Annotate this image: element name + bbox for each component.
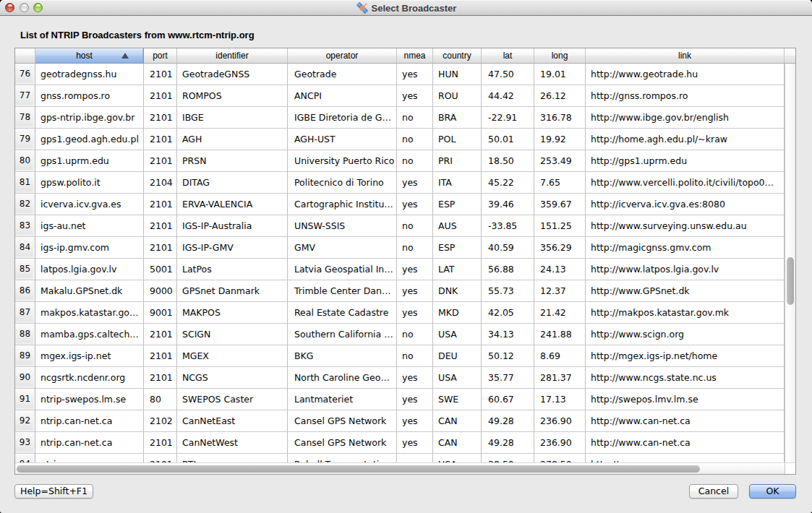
cell-long: 19.01 xyxy=(534,64,586,85)
cell-operator: Geotrade xyxy=(288,64,397,85)
cell-country: HUN xyxy=(433,64,482,85)
cell-long: 281.37 xyxy=(534,367,586,389)
table-row[interactable]: 79gps1.geod.agh.edu.pl2101AGHAGH-USTnoPO… xyxy=(15,129,795,150)
vertical-scrollbar-thumb[interactable] xyxy=(787,257,794,305)
cell-link: http://www.latpos.lgia.gov.lv xyxy=(586,259,785,280)
cell-operator: AGH-UST xyxy=(288,129,397,150)
table-row[interactable]: 84igs-ip.gmv.com2101IGS-IP-GMVGMVnoESP40… xyxy=(15,237,795,259)
table-row[interactable]: 91ntrip-swepos.lm.se80SWEPOS CasterLantm… xyxy=(15,389,795,410)
cell-identifier: NCGS xyxy=(177,367,288,389)
cell-lat: 47.50 xyxy=(482,64,534,85)
title-group: Select Broadcaster xyxy=(0,0,812,16)
cell-row-number: 85 xyxy=(15,259,35,280)
table-row[interactable]: 90ncgsrtk.ncdenr.org2101NCGSNorth Caroli… xyxy=(15,367,795,389)
cell-link: http://gps1.uprm.edu xyxy=(586,150,785,172)
cell-country: POL xyxy=(433,129,482,150)
cell-country: USA xyxy=(433,454,482,462)
table-row[interactable]: 93ntrip.can-net.ca2101CanNetWestCansel G… xyxy=(15,432,795,454)
cell-operator: GMV xyxy=(288,237,397,259)
cell-country: BRA xyxy=(433,107,482,129)
column-header-label: link xyxy=(678,51,691,61)
column-header-num[interactable] xyxy=(15,48,35,64)
cell-country: DEU xyxy=(433,345,482,367)
table-row[interactable]: 94ntrip.wvcors.com2101RTIRahall Transpor… xyxy=(15,454,795,462)
cell-identifier: AGH xyxy=(177,129,288,150)
cell-lat: 50.01 xyxy=(482,129,534,150)
cell-country: ESP xyxy=(433,237,482,259)
cell-link: http://swepos.lmv.lm.se xyxy=(586,389,785,410)
cell-lat: 34.13 xyxy=(482,324,534,345)
column-header-lat[interactable]: lat xyxy=(482,48,534,64)
cell-identifier: CanNetWest xyxy=(177,432,288,454)
cell-operator: Politecnico di Torino xyxy=(288,172,397,194)
horizontal-scrollbar-thumb[interactable] xyxy=(17,465,700,473)
cell-host: ntrip.wvcors.com xyxy=(35,454,144,462)
cell-nmea: yes xyxy=(397,367,433,389)
column-header-label: port xyxy=(153,51,168,61)
column-header-nmea[interactable]: nmea xyxy=(397,48,433,64)
cell-link: http://mgex.igs-ip.net/home xyxy=(586,345,785,367)
title-bar[interactable]: Select Broadcaster xyxy=(0,0,812,16)
cell-row-number: 81 xyxy=(15,172,35,194)
sort-ascending-icon xyxy=(121,53,129,59)
column-header-long[interactable]: long xyxy=(534,48,586,64)
cell-identifier: LatPos xyxy=(177,259,288,280)
cell-row-number: 84 xyxy=(15,237,35,259)
table-row[interactable]: 80gps1.uprm.edu2101PRSNUniversity Puerto… xyxy=(15,150,795,172)
cell-row-number: 86 xyxy=(15,280,35,302)
cell-long: 12.37 xyxy=(534,280,586,302)
cell-link: http://www.vercelli.polito.it/civili/top… xyxy=(586,172,785,194)
column-header-identifier[interactable]: identifier xyxy=(177,48,288,64)
column-header-port[interactable]: port xyxy=(144,48,177,64)
cell-operator: North Caroline Geo… xyxy=(288,367,397,389)
column-header-link[interactable]: link xyxy=(586,48,785,64)
cell-long: 236.90 xyxy=(534,410,586,432)
horizontal-scrollbar[interactable] xyxy=(15,462,795,474)
cell-nmea: yes xyxy=(397,302,433,324)
vertical-scrollbar[interactable] xyxy=(785,64,795,462)
cell-identifier: DITAG xyxy=(177,172,288,194)
cell-port: 2101 xyxy=(144,150,177,172)
column-header-operator[interactable]: operator xyxy=(288,48,397,64)
cell-long: 236.90 xyxy=(534,432,586,454)
column-header-host[interactable]: host xyxy=(35,48,144,64)
cancel-button[interactable]: Cancel xyxy=(689,484,738,499)
ok-button[interactable]: OK xyxy=(749,484,796,499)
cell-nmea: no xyxy=(397,345,433,367)
table-row[interactable]: 77gnss.rompos.ro2101ROMPOSANCPIyesROU44.… xyxy=(15,85,795,107)
table-row[interactable]: 88mamba.gps.caltech…2101SCIGNSouthern Ca… xyxy=(15,324,795,345)
cell-row-number: 88 xyxy=(15,324,35,345)
cell-host: geotradegnss.hu xyxy=(35,64,144,85)
cell-nmea: yes xyxy=(397,389,433,410)
table-row[interactable]: 78gps-ntrip.ibge.gov.br2101IBGEIGBE Dire… xyxy=(15,107,795,129)
cell-row-number: 78 xyxy=(15,107,35,129)
column-header-country[interactable]: country xyxy=(433,48,482,64)
table-row[interactable]: 87makpos.katastar.go…9001MAKPOSReal Esta… xyxy=(15,302,795,324)
table-body: 76geotradegnss.hu2101GeotradeGNSSGeotrad… xyxy=(15,64,795,462)
cell-identifier: IGS-IP-GMV xyxy=(177,237,288,259)
column-header-label: long xyxy=(552,51,568,61)
table-row[interactable]: 85latpos.lgia.gov.lv5001LatPosLatvia Geo… xyxy=(15,259,795,280)
column-header-label: country xyxy=(443,51,471,61)
cell-long: 359.67 xyxy=(534,194,586,215)
cell-country: MKD xyxy=(433,302,482,324)
cell-lat: 18.50 xyxy=(482,150,534,172)
cell-identifier: ROMPOS xyxy=(177,85,288,107)
cell-port: 2104 xyxy=(144,172,177,194)
cell-operator: Southern California … xyxy=(288,324,397,345)
table-row[interactable]: 86Makalu.GPSnet.dk9000GPSnet DanmarkTrim… xyxy=(15,280,795,302)
help-button[interactable]: Help=Shift+F1 xyxy=(14,484,93,499)
cell-country: SWE xyxy=(433,389,482,410)
table-row[interactable]: 76geotradegnss.hu2101GeotradeGNSSGeotrad… xyxy=(15,64,795,85)
cell-identifier: MGEX xyxy=(177,345,288,367)
cell-lat: -33.85 xyxy=(482,215,534,237)
table-row[interactable]: 83igs-au.net2101IGS-IP-AustraliaUNSW-SSI… xyxy=(15,215,795,237)
table-row[interactable]: 89mgex.igs-ip.net2101MGEXBKGnoDEU50.128.… xyxy=(15,345,795,367)
cell-operator: BKG xyxy=(288,345,397,367)
cell-port: 2101 xyxy=(144,432,177,454)
cell-operator: Lantmateriet xyxy=(288,389,397,410)
table-row[interactable]: 81gpsw.polito.it2104DITAGPolitecnico di … xyxy=(15,172,795,194)
table-row[interactable]: 92ntrip.can-net.ca2102CanNetEastCansel G… xyxy=(15,410,795,432)
cell-link: http://www.ibge.gov.br/english xyxy=(586,107,785,129)
table-row[interactable]: 82icverva.icv.gva.es2101ERVA-VALENCIACar… xyxy=(15,194,795,215)
